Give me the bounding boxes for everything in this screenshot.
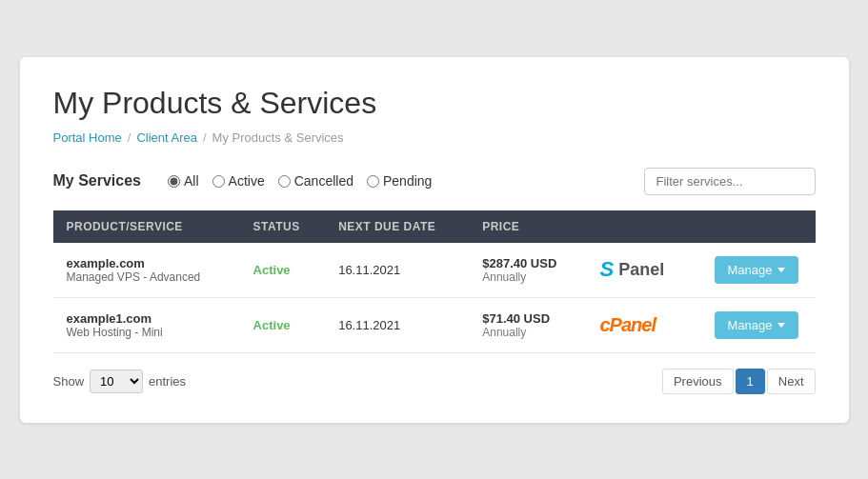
col-price: Price: [469, 210, 586, 243]
cpanel-logo: cPanel: [600, 314, 688, 336]
spanel-logo: SPanel: [600, 257, 688, 282]
manage-button[interactable]: Manage: [715, 311, 799, 339]
page-title: My Products & Services: [53, 86, 816, 121]
breadcrumb-current: My Products & Services: [212, 130, 344, 145]
main-card: My Products & Services Portal Home / Cli…: [20, 57, 849, 423]
breadcrumb: Portal Home / Client Area / My Products …: [53, 130, 816, 145]
caret-icon: [777, 268, 785, 272]
caret-icon: [777, 323, 785, 328]
radio-active[interactable]: [212, 175, 225, 188]
filter-cancelled[interactable]: Cancelled: [278, 173, 353, 189]
cell-action: Manage: [701, 297, 816, 352]
search-input[interactable]: [644, 168, 816, 195]
col-product: Product/Service: [53, 210, 240, 243]
cell-product: example1.com Web Hosting - Mini: [53, 297, 240, 352]
manage-label: Manage: [728, 318, 773, 332]
table-row: example.com Managed VPS - Advanced Activ…: [53, 243, 816, 298]
manage-button[interactable]: Manage: [715, 256, 799, 284]
pagination-page-1[interactable]: 1: [736, 369, 765, 394]
radio-all[interactable]: [168, 175, 180, 188]
show-label: Show: [53, 374, 85, 389]
table-header-row: Product/Service Status Next Due Date Pri…: [53, 210, 816, 243]
table-row: example1.com Web Hosting - Mini Active 1…: [53, 297, 816, 352]
filter-group: All Active Cancelled Pending: [168, 173, 432, 189]
col-due-date: Next Due Date: [325, 210, 469, 243]
cell-brand: cPanel: [587, 297, 701, 352]
entries-select[interactable]: 10 25 50 100: [90, 369, 143, 393]
col-brand: [587, 210, 701, 243]
price-amount: $71.40 USD: [482, 311, 573, 326]
filter-all-label: All: [184, 173, 199, 189]
filter-pending[interactable]: Pending: [367, 173, 432, 189]
price-period: Annually: [482, 326, 573, 339]
product-sub: Managed VPS - Advanced: [67, 270, 227, 284]
filter-pending-label: Pending: [383, 173, 432, 189]
cell-due-date: 16.11.2021: [325, 297, 469, 352]
filter-search[interactable]: [644, 168, 816, 195]
cell-product: example.com Managed VPS - Advanced: [53, 243, 240, 298]
filter-cancelled-label: Cancelled: [294, 173, 353, 189]
section-title: My Services: [53, 172, 142, 190]
col-status: Status: [240, 210, 326, 243]
table-footer: Show 10 25 50 100 entries Previous 1 Nex…: [53, 369, 816, 394]
cell-brand: SPanel: [587, 243, 701, 298]
services-table: Product/Service Status Next Due Date Pri…: [53, 210, 816, 353]
cell-action: Manage: [701, 243, 816, 298]
cell-price: $71.40 USD Annually: [469, 297, 586, 352]
cell-price: $287.40 USD Annually: [469, 243, 586, 298]
filter-active[interactable]: Active: [212, 173, 265, 189]
manage-label: Manage: [728, 263, 773, 277]
product-name: example.com: [67, 256, 227, 270]
breadcrumb-portal-home[interactable]: Portal Home: [53, 130, 122, 145]
status-badge: Active: [253, 263, 291, 277]
section-header: My Services All Active Cancelled Pending: [53, 168, 816, 195]
cell-due-date: 16.11.2021: [325, 243, 469, 298]
radio-cancelled[interactable]: [278, 175, 291, 188]
section-left: My Services All Active Cancelled Pending: [53, 172, 433, 190]
radio-pending[interactable]: [367, 175, 379, 188]
status-badge: Active: [253, 318, 291, 332]
pagination: Previous 1 Next: [662, 369, 816, 394]
price-amount: $287.40 USD: [482, 256, 573, 270]
product-name: example1.com: [67, 311, 227, 326]
pagination-next[interactable]: Next: [767, 369, 816, 394]
pagination-previous[interactable]: Previous: [662, 369, 734, 394]
col-action: [701, 210, 816, 243]
breadcrumb-sep-2: /: [203, 130, 207, 145]
price-period: Annually: [482, 270, 573, 284]
breadcrumb-client-area[interactable]: Client Area: [136, 130, 197, 145]
filter-active-label: Active: [229, 173, 265, 189]
show-entries: Show 10 25 50 100 entries: [53, 369, 187, 393]
breadcrumb-sep-1: /: [128, 130, 131, 145]
cell-status: Active: [240, 243, 326, 298]
filter-all[interactable]: All: [168, 173, 199, 189]
product-sub: Web Hosting - Mini: [67, 326, 227, 339]
cell-status: Active: [240, 297, 326, 352]
entries-label: entries: [149, 374, 186, 389]
